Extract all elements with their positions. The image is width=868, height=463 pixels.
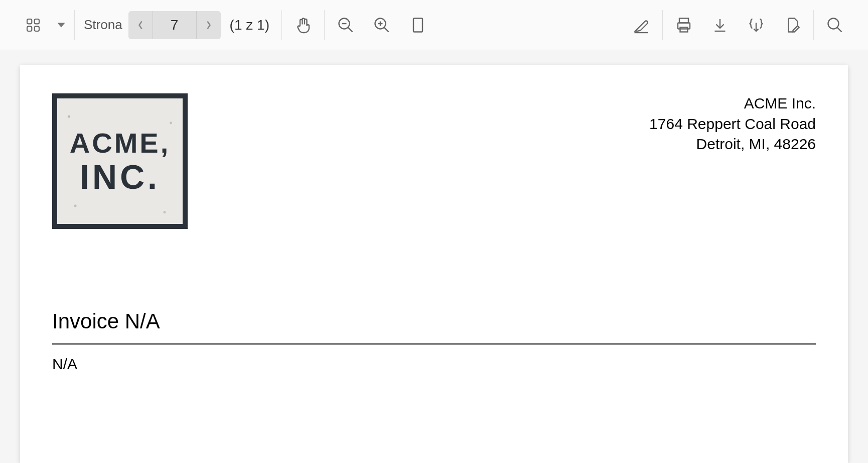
highlighter-icon [632, 16, 650, 34]
grid-icon [25, 17, 41, 33]
svg-rect-2 [27, 26, 32, 31]
svg-marker-4 [58, 23, 65, 27]
download-icon [711, 16, 729, 34]
edit-document-button[interactable] [774, 7, 810, 43]
zoom-out-button[interactable] [328, 7, 364, 43]
company-city: Detroit, MI, 48226 [649, 134, 816, 155]
svg-rect-14 [679, 18, 688, 23]
export-json-button[interactable] [738, 7, 774, 43]
company-address-block: ACME Inc. 1764 Reppert Coal Road Detroit… [649, 93, 816, 155]
hand-icon [294, 16, 312, 34]
invoice-subtitle: N/A [52, 356, 816, 373]
title-divider [52, 343, 816, 344]
page-count-text: (1 z 1) [230, 17, 269, 33]
divider [662, 10, 663, 40]
svg-point-20 [828, 18, 839, 29]
print-button[interactable] [666, 7, 702, 43]
document-page: ACME, INC. ACME Inc. 1764 Reppert Coal R… [20, 65, 848, 463]
svg-rect-16 [680, 27, 688, 32]
download-button[interactable] [702, 7, 738, 43]
thumbnails-dropdown-button[interactable] [51, 7, 71, 43]
svg-rect-0 [27, 19, 32, 24]
svg-line-6 [348, 27, 352, 32]
search-icon [826, 16, 844, 34]
svg-rect-1 [35, 19, 39, 24]
braces-download-icon [747, 16, 765, 34]
zoom-out-icon [337, 16, 355, 34]
page-label: Strona [84, 17, 122, 33]
divider [74, 10, 75, 40]
page-header: ACME, INC. ACME Inc. 1764 Reppert Coal R… [52, 93, 816, 229]
chevron-left-icon [137, 20, 144, 30]
divider [813, 10, 814, 40]
svg-line-9 [384, 27, 388, 32]
previous-page-button[interactable] [128, 11, 153, 39]
company-name: ACME Inc. [649, 93, 816, 114]
divider [324, 10, 325, 40]
page-number-input[interactable] [153, 11, 197, 39]
zoom-in-button[interactable] [364, 7, 400, 43]
search-button[interactable] [817, 7, 853, 43]
logo-text-line2: INC. [80, 157, 160, 196]
company-logo: ACME, INC. [52, 93, 188, 229]
chevron-right-icon [205, 20, 212, 30]
thumbnails-grid-button[interactable] [15, 7, 51, 43]
highlight-button[interactable] [623, 7, 659, 43]
chevron-down-icon [57, 21, 66, 30]
company-street: 1764 Reppert Coal Road [649, 114, 816, 135]
printer-icon [675, 16, 693, 34]
page-fit-icon [409, 16, 427, 34]
fit-page-button[interactable] [400, 7, 436, 43]
zoom-in-icon [373, 16, 391, 34]
document-viewport[interactable]: ACME, INC. ACME Inc. 1764 Reppert Coal R… [0, 50, 868, 463]
next-page-button[interactable] [197, 11, 221, 39]
page-stepper [128, 11, 221, 39]
document-edit-icon [783, 16, 801, 34]
svg-rect-3 [35, 26, 39, 31]
pan-tool-button[interactable] [285, 7, 321, 43]
pdf-toolbar: Strona (1 z 1) [0, 0, 868, 50]
invoice-title: Invoice N/A [52, 309, 816, 333]
svg-line-21 [837, 27, 842, 32]
logo-text-line1: ACME, [70, 127, 170, 159]
divider [281, 10, 282, 40]
svg-rect-12 [413, 18, 422, 32]
